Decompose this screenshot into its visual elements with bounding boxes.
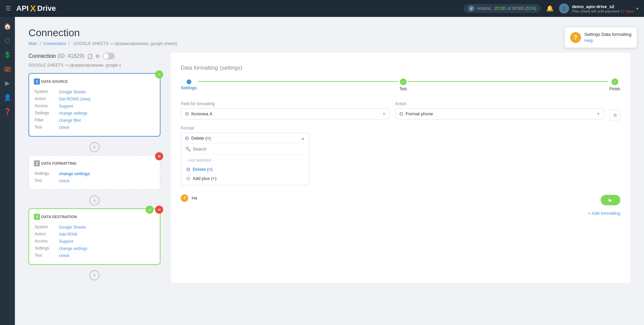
step-card-formatting: ✕ 2 DATA FORMATTING Settings change sett… (28, 155, 160, 190)
step3-badge: 3 DATA DESTINATION (34, 214, 77, 220)
table-row: Action Get ROWS (new) (35, 96, 154, 102)
table-row: Settings change settings (35, 170, 154, 177)
dest-system-link[interactable]: Google Sheets (59, 225, 86, 230)
username: demo_apix-drive_s2 (572, 4, 634, 9)
source-access-link[interactable]: Support (59, 104, 73, 109)
breadcrumb-main[interactable]: Main (28, 41, 37, 46)
avatar: 👤 (559, 3, 569, 14)
navbar: ☰ APIXDrive i Actions: 25'281 of 50'000 … (0, 0, 644, 17)
dest-action-link[interactable]: Add ROW (59, 232, 77, 237)
continue-button[interactable]: ▶ (601, 195, 620, 205)
dest-settings-link[interactable]: change settings (59, 246, 87, 251)
selected-dot (185, 137, 189, 140)
sidebar-item-home[interactable]: 🏠 (1, 20, 14, 33)
prog-step-settings: Settings (181, 79, 197, 90)
action-dot (400, 112, 403, 116)
table-row: Access Support (35, 238, 154, 245)
page-title: Connection (28, 27, 630, 39)
actions-label: Actions: (477, 6, 492, 11)
add-formatting-link[interactable]: + Add formatting (588, 211, 620, 216)
fmt-settings-link[interactable]: change settings (59, 171, 90, 176)
copy-icon[interactable]: 📋 (87, 53, 93, 59)
step-delete-button-2[interactable]: ✕ (155, 152, 163, 160)
table-row: Test check (35, 178, 154, 184)
fmt-test-link[interactable]: check (59, 179, 69, 183)
source-filter-link[interactable]: change filter (59, 118, 81, 123)
sidebar-item-help[interactable]: ❓ (1, 105, 14, 118)
action-group: Action Format phone ▾ (395, 101, 604, 119)
dest-test-link[interactable]: check (59, 253, 69, 258)
table-row: Filter change filter (35, 117, 154, 123)
chevron-down-icon[interactable]: ▾ (636, 6, 639, 11)
add-step-button-3[interactable]: + (89, 270, 100, 280)
field-chevron-down-icon: ▾ (383, 111, 385, 116)
dropdown-search-input[interactable] (193, 146, 305, 152)
hamburger-icon[interactable]: ☰ (5, 5, 11, 12)
field-formatting-label: Field for formatting (181, 101, 390, 106)
help-icon-sm: ? (181, 194, 188, 202)
table-row: Test check (35, 124, 154, 131)
user-info: 👤 demo_apix-drive_s2 Plan |Start| left u… (559, 3, 639, 14)
field-for-formatting-select[interactable]: Колонка А ▾ (181, 108, 390, 119)
table-row: Access Support (35, 103, 154, 109)
prog-label-settings: Settings (181, 86, 197, 90)
dest-access-link[interactable]: Support (59, 239, 73, 244)
step-card-destination: ✓ ✕ 3 DATA DESTINATION System Google She… (28, 208, 160, 265)
bell-icon[interactable]: 🔔 (546, 5, 554, 12)
delete-row-button[interactable]: 🗑 (609, 110, 620, 120)
sidebar-item-jobs[interactable]: 💼 (1, 62, 14, 76)
connection-header: Connection (ID: 41829) 📋 ⚙ (28, 53, 160, 60)
navbar-actions: i Actions: 25'281 of 50'000 (51%) 🔔 👤 de… (464, 3, 639, 14)
help-link[interactable]: Help (584, 38, 594, 43)
prog-dot-settings (187, 79, 191, 84)
info-icon: i (468, 5, 474, 11)
toggle-switch[interactable] (103, 53, 115, 60)
add-step-button-2[interactable]: + (89, 195, 100, 206)
gear-icon[interactable]: ⚙ (95, 53, 100, 59)
sidebar-item-billing[interactable]: 💲 (1, 48, 14, 62)
breadcrumb: Main / Connections / GOOGLE SHEETS -> (ф… (28, 41, 630, 46)
source-test-link[interactable]: check (59, 125, 69, 130)
source-action-link[interactable]: Get ROWS (new) (59, 97, 90, 101)
help-row: ? He ▶ (181, 191, 620, 205)
main-container: Connection Main / Connections / GOOGLE S… (15, 17, 644, 325)
action-select[interactable]: Format phone ▾ (395, 108, 604, 119)
content-grid: Connection (ID: 41829) 📋 ⚙ GOOGLE SHEETS… (28, 53, 630, 283)
actions-counter: i Actions: 25'281 of 50'000 (51%) (464, 4, 541, 13)
left-panel: Connection (ID: 41829) 📋 ⚙ GOOGLE SHEETS… (28, 53, 171, 283)
action-value: Format phone (406, 111, 433, 116)
step-delete-button-3[interactable]: ✕ (155, 206, 163, 214)
sidebar-item-network[interactable]: ⬡ (1, 34, 14, 47)
table-row: Settings change settings (35, 245, 154, 252)
panel-title: Data formatting (settings) (181, 63, 620, 72)
prog-label-finish: Finish (609, 87, 620, 91)
table-row: Action Add ROW (35, 231, 154, 237)
step2-table: Settings change settings Test check (34, 170, 155, 185)
breadcrumb-connections[interactable]: Connections (43, 41, 66, 46)
search-icon: 🔍 (185, 146, 191, 152)
step3-table: System Google Sheets Action Add ROW Acce… (34, 223, 155, 259)
step-check-icon: ✓ (155, 70, 163, 78)
user-plan: Plan |Start| left until payment 17 days (572, 9, 634, 13)
source-settings-link[interactable]: change settings (59, 111, 87, 116)
prog-step-finish: Finish (609, 78, 620, 91)
step-check-icon-3: ✓ (146, 206, 154, 214)
prog-line-1 (198, 81, 398, 82)
table-row: Settings change settings (35, 110, 154, 116)
format-dropdown-header[interactable]: Delete (+) ▲ (181, 133, 309, 144)
format-group: Format Delete (+) ▲ 🔍 - not sel (181, 126, 620, 185)
prog-label-test: Test (400, 87, 407, 91)
sidebar: 🏠 ⬡ 💲 💼 ▶ 👤 ❓ (0, 17, 15, 325)
chevron-up-icon: ▲ (301, 136, 305, 141)
right-panel: Data formatting (settings) Settings Test… (171, 53, 630, 283)
sidebar-item-user[interactable]: 👤 (1, 91, 14, 104)
dropdown-option-delete[interactable]: Delete (+) (181, 165, 309, 174)
table-row: Test check (35, 252, 154, 259)
dropdown-option-add[interactable]: Add plus (+) (181, 174, 309, 183)
field-for-formatting-group: Field for formatting Колонка А ▾ (181, 101, 390, 119)
sidebar-item-media[interactable]: ▶ (1, 76, 14, 90)
connection-subtitle: GOOGLE SHEETS -> (форматирование, google… (28, 63, 160, 68)
add-step-button-1[interactable]: + (89, 142, 100, 152)
source-system-link[interactable]: Google Sheets (59, 90, 86, 94)
field-dot (185, 112, 189, 116)
